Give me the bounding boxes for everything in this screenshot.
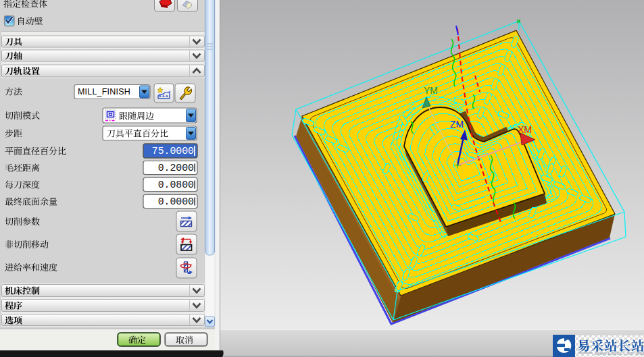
svg-text:Www.Easck.Com Webmaster: Www.Easck.Com Webmaster [595, 351, 644, 356]
svg-text:ZM: ZM [450, 119, 464, 130]
svg-text:0.0000: 0.0000 [158, 196, 194, 207]
svg-text:0.2000: 0.2000 [158, 163, 194, 173]
svg-text:YM: YM [424, 85, 438, 96]
svg-text:75.0000: 75.0000 [152, 146, 194, 157]
svg-text:XM: XM [518, 124, 532, 135]
svg-text:MILL_FINISH: MILL_FINISH [78, 87, 130, 97]
svg-text:0.0800: 0.0800 [158, 180, 194, 190]
